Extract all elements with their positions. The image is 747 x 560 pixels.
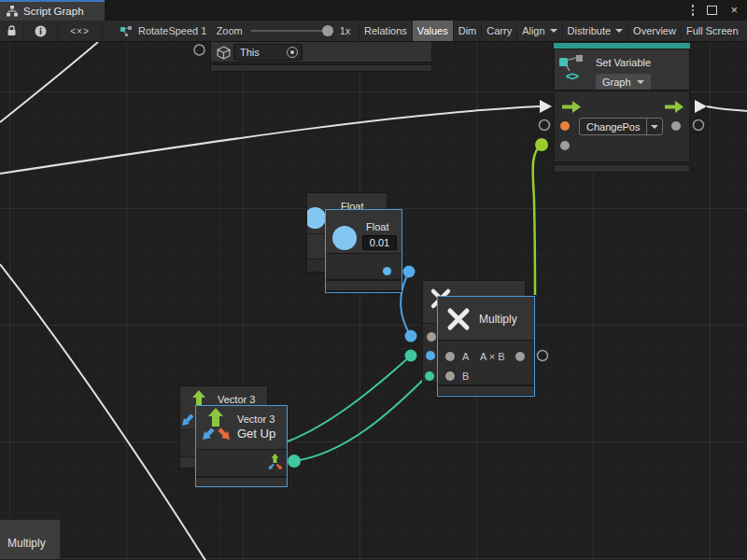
graph-toolbar: <×> RotateSpeed 1 Zoom 1x Relations Valu… [0, 21, 747, 42]
flow-arrowhead-out [695, 100, 707, 113]
port-circle-setvariable-right[interactable] [694, 120, 704, 131]
float-value-field[interactable]: 0.01 [362, 235, 397, 250]
input-a-port[interactable] [445, 352, 455, 361]
corner-multiply-title: Multiply [7, 537, 46, 550]
toolbar-button-align[interactable]: Align [517, 21, 562, 41]
output-port[interactable] [515, 352, 525, 361]
input-port-connected-teal[interactable] [425, 371, 434, 381]
zoom-control: Zoom 1x [208, 21, 359, 41]
flow-in-port[interactable] [562, 101, 581, 113]
graph-hierarchy-icon [7, 6, 18, 17]
port-circle-this-left[interactable] [194, 45, 204, 55]
zoom-value: 1x [340, 25, 351, 36]
input-port[interactable] [427, 332, 436, 342]
port-circle-multiply-right[interactable] [538, 351, 548, 361]
vector3-icon [200, 408, 233, 443]
vector3-title: Vector 3 [237, 413, 275, 425]
float-icon [306, 207, 326, 229]
output-value-port[interactable] [671, 121, 681, 131]
multiply-x-icon [445, 306, 472, 332]
lock-icon [7, 25, 17, 36]
wire-flow-into-set-variable[interactable] [0, 106, 540, 174]
wire-white-topleft[interactable] [0, 42, 98, 122]
dropdown-caret-button[interactable] [646, 119, 662, 134]
title-bar: Script Graph × [0, 0, 747, 21]
wire-white-bottomleft[interactable] [0, 264, 206, 560]
object-picker-icon[interactable] [287, 47, 298, 58]
toolbar-button-carry[interactable]: Carry [482, 21, 517, 41]
set-variable-footer [554, 164, 690, 173]
tab-script-graph[interactable]: Script Graph [0, 0, 105, 21]
multiply-title: Multiply [479, 313, 517, 326]
wire-blue-start [403, 266, 416, 278]
brackets-icon: <> [566, 69, 578, 83]
wire-blue-end [405, 330, 417, 343]
float-footer [326, 281, 402, 290]
port-circle-setvariable-left[interactable] [540, 120, 550, 131]
input-b-label: B [462, 371, 469, 382]
node-multiply-corner[interactable]: Multiply [0, 519, 61, 560]
fallback-input-port[interactable] [560, 141, 570, 150]
this-field-value: This [234, 47, 260, 58]
wire-teal-upper-end [405, 350, 417, 362]
variable-scope-dropdown[interactable]: Graph [596, 74, 651, 90]
node-vector3-get-up[interactable]: Vector 3 Get Up [195, 405, 288, 487]
zoom-slider-handle[interactable] [322, 25, 333, 36]
window-menu-icon[interactable] [692, 5, 695, 16]
close-icon[interactable]: × [730, 6, 738, 15]
toolbar-button-values[interactable]: Values [413, 21, 454, 41]
unity-visual-scripting-window: { "window": { "tab_title": "Script Graph… [0, 0, 747, 560]
node-multiply[interactable]: Multiply A A × B B [437, 296, 535, 397]
wire-teal-lower-start [288, 455, 301, 468]
set-variable-title: Set Variable [596, 57, 651, 68]
toolbar-button-dim[interactable]: Dim [454, 21, 483, 41]
flow-out-port[interactable] [665, 101, 684, 113]
breadcrumb-label: RotateSpeed 1 [138, 25, 206, 36]
input-b-port[interactable] [445, 371, 455, 381]
vector3-up-arrow-icon [191, 390, 206, 406]
edit-script-button[interactable]: <×> [58, 21, 103, 41]
node-this-footer [210, 64, 432, 72]
vector3-output-port[interactable] [267, 454, 284, 471]
graph-canvas[interactable]: This <> Set Variable Graph [0, 42, 747, 560]
node-set-variable[interactable]: <> Set Variable Graph ChangePos [554, 43, 690, 171]
info-icon [35, 25, 47, 37]
wire-teal-lower[interactable] [294, 377, 426, 461]
variable-name-dropdown[interactable]: ChangePos [579, 118, 663, 135]
chevron-down-icon [637, 80, 644, 84]
toolbar-button-distribute[interactable]: Distribute [563, 21, 628, 41]
float-icon [332, 226, 357, 250]
toolbar-button-overview[interactable]: Overview [628, 21, 682, 41]
this-object-field[interactable]: This [233, 44, 303, 61]
chevron-down-icon [550, 29, 557, 33]
vector3-back-title: Vector 3 [218, 394, 255, 405]
output-label: A × B [480, 351, 505, 362]
float-title: Float [366, 221, 388, 232]
chevron-down-icon [651, 125, 658, 129]
lock-button[interactable] [0, 21, 24, 41]
float-output-port[interactable] [383, 267, 391, 275]
window-controls: × [692, 0, 747, 21]
maximize-icon[interactable] [707, 6, 717, 15]
code-icon: <×> [70, 26, 90, 36]
wire-lime-endpoint [535, 138, 548, 151]
variable-name: ChangePos [580, 121, 646, 133]
info-button[interactable] [24, 21, 58, 41]
zoom-label: Zoom [217, 25, 243, 36]
wire-teal-upper[interactable] [288, 356, 411, 441]
node-this[interactable]: This [210, 42, 432, 74]
chevron-down-icon [615, 29, 623, 33]
value-input-port[interactable] [560, 121, 570, 131]
wire-lime-multiply-to-setvariable[interactable] [533, 145, 542, 295]
input-a-label: A [462, 351, 469, 362]
input-port-connected-blue[interactable] [426, 351, 435, 360]
flow-arrowhead-in [540, 100, 552, 113]
toolbar-button-full-screen[interactable]: Full Screen [682, 21, 743, 41]
zoom-slider[interactable] [251, 30, 331, 32]
node-float[interactable]: Float 0.01 [325, 209, 402, 293]
get-up-subtitle: Get Up [237, 427, 275, 441]
multiply-footer [438, 386, 534, 395]
breadcrumb[interactable]: RotateSpeed 1 [103, 21, 208, 41]
wire-flow-out-of-set-variable[interactable] [707, 106, 747, 111]
toolbar-button-relations[interactable]: Relations [359, 21, 413, 41]
